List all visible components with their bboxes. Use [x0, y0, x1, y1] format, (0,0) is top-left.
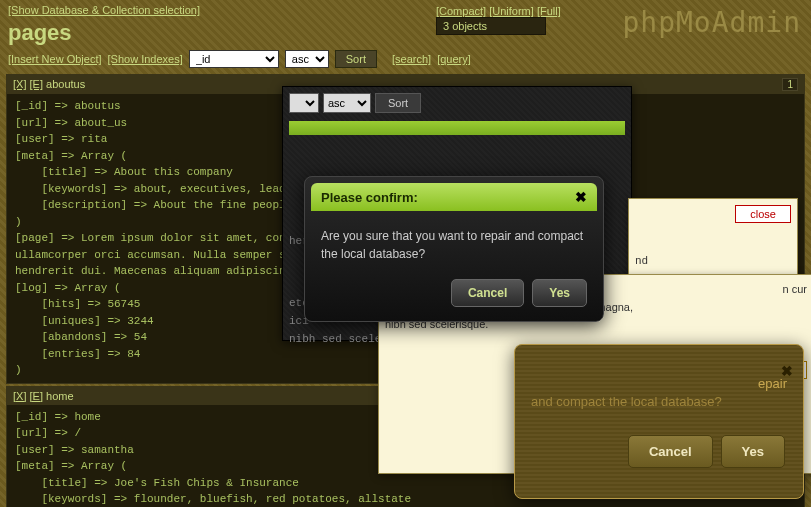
app-logo: phpMoAdmin — [622, 6, 801, 39]
dialog-message: Are you sure that you want to repair and… — [305, 217, 603, 279]
page-number: 1 — [782, 78, 798, 91]
close-icon[interactable]: ✖ — [575, 189, 587, 205]
doc-edit-link[interactable]: [E] — [30, 390, 43, 402]
overlay-sort-button[interactable]: Sort — [375, 93, 421, 113]
yellow-dialog-text: and compact the local database? — [531, 394, 722, 409]
object-count: 3 objects — [436, 17, 546, 35]
compact-link[interactable]: [Compact] — [436, 5, 486, 17]
cancel-button[interactable]: Cancel — [451, 279, 524, 307]
doc-delete-link[interactable]: [X] — [13, 78, 26, 90]
yes-button[interactable]: Yes — [532, 279, 587, 307]
uniform-link[interactable]: [Uniform] — [489, 5, 534, 17]
peek-text: nd — [635, 243, 791, 267]
insert-object-link[interactable]: [Insert New Object] — [8, 53, 102, 65]
doc-edit-link[interactable]: [E] — [30, 78, 43, 90]
dialog-title: Please confirm: — [321, 190, 418, 205]
overlay-order-select[interactable]: asc — [323, 93, 371, 113]
order-select[interactable]: asc — [285, 50, 329, 68]
overlay-field-select[interactable] — [289, 93, 319, 113]
query-link[interactable]: [query] — [437, 53, 471, 65]
close-icon[interactable]: ✖ — [781, 363, 793, 379]
confirm-dialog: Please confirm: ✖ Are you sure that you … — [304, 176, 604, 322]
doc-name: aboutus — [46, 78, 85, 90]
yellow-cancel-button[interactable]: Cancel — [628, 435, 713, 468]
doc-name: home — [46, 390, 74, 402]
show-db-link[interactable]: [Show Database & Collection selection] — [8, 4, 200, 16]
show-indexes-link[interactable]: [Show Indexes] — [108, 53, 183, 65]
field-select[interactable]: _id — [189, 50, 279, 68]
full-link[interactable]: [Full] — [537, 5, 561, 17]
search-link[interactable]: [search] — [392, 53, 431, 65]
yellow-yes-button[interactable]: Yes — [721, 435, 785, 468]
green-strip — [289, 121, 625, 135]
sort-button[interactable]: Sort — [335, 50, 377, 68]
close-button[interactable]: close — [735, 205, 791, 223]
yellow-confirm-dialog: ✖ epair and compact the local database? … — [514, 344, 804, 499]
doc-delete-link[interactable]: [X] — [13, 390, 26, 402]
